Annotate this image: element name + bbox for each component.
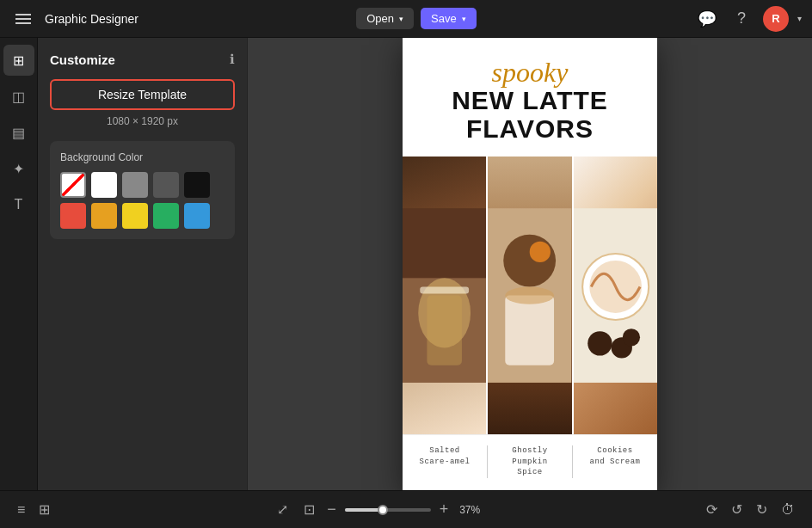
redo-button[interactable]: ↻ (753, 498, 771, 521)
caption-2: Ghostly Pumpkin Spice (488, 445, 573, 478)
zoom-out-button[interactable]: − (327, 500, 336, 519)
chat-icon[interactable]: 💬 (694, 6, 720, 32)
caption-3: Cookies and Scream (573, 445, 657, 478)
app-title: Graphic Designer (45, 12, 138, 26)
refresh-icon[interactable]: ⟳ (703, 498, 721, 521)
menu-button[interactable] (10, 6, 36, 32)
color-swatch-orange[interactable] (91, 203, 117, 229)
dimension-text: 1080 × 1920 px (50, 115, 235, 127)
bg-color-section: Background Color (50, 141, 235, 239)
panel-header: Customize ℹ (50, 52, 235, 67)
open-caret: ▾ (399, 15, 403, 23)
history-icon[interactable]: ⏱ (778, 499, 798, 521)
poster-images (403, 157, 657, 434)
bg-color-label: Background Color (60, 151, 225, 163)
icon-sidebar: ⊞ ◫ ▤ ✦ T (0, 38, 38, 490)
help-icon[interactable]: ? (729, 6, 754, 32)
topbar-center: Open ▾ Save ▾ (356, 8, 476, 29)
topbar-right: 💬 ? R ▾ (694, 6, 802, 32)
crop-icon[interactable]: ⊡ (300, 498, 318, 521)
zoom-value: 37% (457, 504, 483, 516)
color-grid (60, 172, 225, 229)
avatar-chevron-icon[interactable]: ▾ (797, 14, 802, 23)
canvas-area[interactable]: spooky NEW LATTE FLAVORS (248, 38, 812, 490)
topbar: Graphic Designer Open ▾ Save ▾ 💬 ? R ▾ (0, 0, 812, 38)
sidebar-icon-table[interactable]: ▤ (3, 117, 34, 148)
poster-image-3 (574, 157, 657, 434)
poster-header: spooky NEW LATTE FLAVORS (403, 38, 657, 157)
customize-panel: Customize ℹ Resize Template 1080 × 1920 … (38, 38, 248, 490)
bottombar-center: ⤢ ⊡ − + 37% (274, 498, 483, 521)
color-swatch-white[interactable] (91, 172, 117, 198)
svg-rect-3 (427, 296, 462, 365)
sidebar-icon-text[interactable]: T (3, 189, 34, 220)
poster-main-title: NEW LATTE FLAVORS (420, 86, 640, 143)
svg-point-9 (506, 286, 555, 304)
zoom-slider-track (345, 508, 379, 512)
caption-1: Salted Scare-amel (403, 445, 488, 478)
bottombar-right: ⟳ ↺ ↻ ⏱ (703, 498, 798, 521)
info-icon[interactable]: ℹ (230, 52, 235, 67)
menu-icon (15, 14, 31, 24)
zoom-in-button[interactable]: + (440, 500, 449, 519)
undo-button[interactable]: ↺ (728, 498, 746, 521)
open-button[interactable]: Open ▾ (356, 8, 414, 29)
bottombar-left: ≡ ⊞ (14, 498, 53, 521)
resize-template-button[interactable]: Resize Template (50, 79, 235, 110)
zoom-slider[interactable] (345, 508, 431, 512)
color-swatch-yellow[interactable] (122, 203, 148, 229)
color-swatch-green[interactable] (153, 203, 179, 229)
sidebar-icon-shapes[interactable]: ✦ (3, 153, 34, 184)
svg-point-15 (622, 328, 639, 346)
panel-title: Customize (50, 52, 115, 67)
sidebar-icon-elements[interactable]: ⊞ (3, 45, 34, 76)
save-button[interactable]: Save ▾ (421, 8, 477, 29)
svg-point-13 (587, 331, 612, 355)
grid-toggle-icon[interactable]: ⊞ (35, 498, 53, 521)
bottombar: ≡ ⊞ ⤢ ⊡ − + 37% ⟳ ↺ ↻ ⏱ (0, 490, 812, 528)
poster-image-1 (403, 157, 486, 434)
sidebar-icon-layers[interactable]: ◫ (3, 81, 34, 112)
save-caret: ▾ (462, 15, 466, 23)
poster-captions: Salted Scare-amel Ghostly Pumpkin Spice … (403, 434, 657, 490)
zoom-unit: % (471, 504, 481, 516)
color-swatch-dark-gray[interactable] (153, 172, 179, 198)
svg-point-6 (504, 235, 557, 287)
poster: spooky NEW LATTE FLAVORS (403, 38, 657, 490)
avatar[interactable]: R (763, 6, 789, 32)
fit-screen-icon[interactable]: ⤢ (274, 498, 292, 521)
main-area: ⊞ ◫ ▤ ✦ T Customize ℹ Resize Template 10… (0, 38, 812, 490)
zoom-slider-thumb[interactable] (378, 505, 388, 515)
svg-rect-8 (506, 296, 555, 365)
layers-toggle-icon[interactable]: ≡ (14, 498, 28, 521)
poster-image-2 (488, 157, 571, 434)
color-swatch-black[interactable] (184, 172, 210, 198)
color-swatch-red[interactable] (60, 203, 86, 229)
topbar-left: Graphic Designer (10, 6, 138, 32)
svg-rect-4 (420, 286, 469, 293)
color-swatch-gray[interactable] (122, 172, 148, 198)
color-swatch-blue[interactable] (184, 203, 210, 229)
poster-spooky-text: spooky (420, 58, 640, 86)
svg-point-7 (530, 242, 551, 262)
color-swatch-transparent[interactable] (60, 172, 86, 198)
